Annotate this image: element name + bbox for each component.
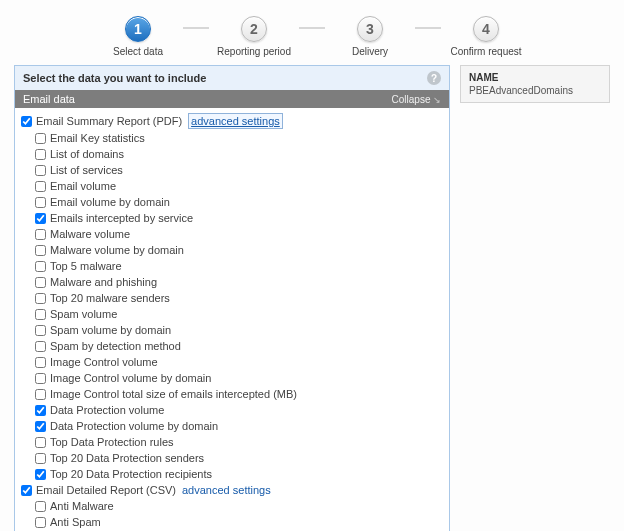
step-label: Select data xyxy=(113,46,163,57)
checkbox[interactable] xyxy=(21,116,32,127)
item-label: Anti Malware xyxy=(50,499,114,513)
list-item: Top 20 Data Protection recipients xyxy=(21,466,443,482)
section-bar-email: Email data Collapse xyxy=(15,90,449,108)
checkbox[interactable] xyxy=(35,293,46,304)
list-item: Anti Malware xyxy=(21,498,443,514)
list-item: Data Protection volume xyxy=(21,402,443,418)
list-item: Top 20 malware senders xyxy=(21,290,443,306)
list-item: Top 5 malware xyxy=(21,258,443,274)
checkbox[interactable] xyxy=(35,309,46,320)
list-item: Top 20 Data Protection senders xyxy=(21,450,443,466)
sidebar-title: NAME xyxy=(469,72,601,83)
collapse-link-email[interactable]: Collapse xyxy=(392,94,441,105)
checkbox[interactable] xyxy=(35,437,46,448)
step-label: Confirm request xyxy=(450,46,521,57)
advanced-settings-link[interactable]: advanced settings xyxy=(182,483,271,497)
item-label: Email volume xyxy=(50,179,116,193)
panel-title: Select the data you want to include xyxy=(23,72,206,84)
checkbox[interactable] xyxy=(35,341,46,352)
checkbox[interactable] xyxy=(35,421,46,432)
list-item: Email volume by domain xyxy=(21,194,443,210)
list-item: Malware volume xyxy=(21,226,443,242)
step-circle: 3 xyxy=(357,16,383,42)
checkbox[interactable] xyxy=(35,517,46,528)
step-label: Reporting period xyxy=(217,46,291,57)
step-connector xyxy=(183,27,209,29)
checkbox[interactable] xyxy=(35,357,46,368)
checkbox[interactable] xyxy=(35,469,46,480)
list-item: Spam volume by domain xyxy=(21,322,443,338)
item-label: Image Control volume xyxy=(50,355,158,369)
step-2[interactable]: 2Reporting period xyxy=(209,16,299,57)
checkbox[interactable] xyxy=(35,261,46,272)
list-item: Top Data Protection rules xyxy=(21,434,443,450)
checkbox[interactable] xyxy=(35,245,46,256)
item-label: Top Data Protection rules xyxy=(50,435,174,449)
item-label: Image Control total size of emails inter… xyxy=(50,387,297,401)
item-label: Anti Spam xyxy=(50,515,101,529)
advanced-settings-link[interactable]: advanced settings xyxy=(188,113,283,129)
item-label: Spam volume by domain xyxy=(50,323,171,337)
item-label: Email Summary Report (PDF) xyxy=(36,114,182,128)
checkbox[interactable] xyxy=(35,213,46,224)
list-item: Anti Spam xyxy=(21,514,443,530)
step-circle: 4 xyxy=(473,16,499,42)
section-title-email: Email data xyxy=(23,93,75,105)
list-item: Malware and phishing xyxy=(21,274,443,290)
item-label: Top 20 Data Protection senders xyxy=(50,451,204,465)
step-circle: 1 xyxy=(125,16,151,42)
list-item: Email Detailed Report (CSV)advanced sett… xyxy=(21,482,443,498)
list-item: List of domains xyxy=(21,146,443,162)
step-connector xyxy=(299,27,325,29)
item-label: Spam by detection method xyxy=(50,339,181,353)
section-body-email: Email Summary Report (PDF)advanced setti… xyxy=(15,108,449,531)
step-1[interactable]: 1Select data xyxy=(93,16,183,57)
checkbox[interactable] xyxy=(35,501,46,512)
item-label: Top 20 malware senders xyxy=(50,291,170,305)
item-label: Email volume by domain xyxy=(50,195,170,209)
list-item: Image Control total size of emails inter… xyxy=(21,386,443,402)
item-label: List of services xyxy=(50,163,123,177)
list-item: Image Control volume by domain xyxy=(21,370,443,386)
item-label: Emails intercepted by service xyxy=(50,211,193,225)
item-label: Image Control volume by domain xyxy=(50,371,211,385)
list-item: Image Control volume xyxy=(21,354,443,370)
item-label: Data Protection volume xyxy=(50,403,164,417)
sidebar: NAME PBEAdvancedDomains xyxy=(460,65,610,103)
item-label: Spam volume xyxy=(50,307,117,321)
item-label: List of domains xyxy=(50,147,124,161)
checkbox[interactable] xyxy=(35,133,46,144)
item-label: Data Protection volume by domain xyxy=(50,419,218,433)
item-label: Malware volume xyxy=(50,227,130,241)
panel-header: Select the data you want to include ? xyxy=(15,66,449,90)
list-item: Spam by detection method xyxy=(21,338,443,354)
select-data-panel: Select the data you want to include ? Em… xyxy=(14,65,450,531)
step-connector xyxy=(415,27,441,29)
checkbox[interactable] xyxy=(35,453,46,464)
checkbox[interactable] xyxy=(35,197,46,208)
step-3[interactable]: 3Delivery xyxy=(325,16,415,57)
checkbox[interactable] xyxy=(35,165,46,176)
item-label: Top 20 Data Protection recipients xyxy=(50,467,212,481)
checkbox[interactable] xyxy=(35,373,46,384)
sidebar-value: PBEAdvancedDomains xyxy=(469,85,601,96)
checkbox[interactable] xyxy=(35,181,46,192)
item-label: Email Key statistics xyxy=(50,131,145,145)
checkbox[interactable] xyxy=(35,229,46,240)
checkbox[interactable] xyxy=(35,149,46,160)
list-item: Malware volume by domain xyxy=(21,242,443,258)
help-icon[interactable]: ? xyxy=(427,71,441,85)
list-item: Data Protection volume by domain xyxy=(21,418,443,434)
checkbox[interactable] xyxy=(35,325,46,336)
list-item: Email volume xyxy=(21,178,443,194)
checkbox[interactable] xyxy=(35,277,46,288)
checkbox[interactable] xyxy=(21,485,32,496)
list-item: Spam volume xyxy=(21,306,443,322)
stepper: 1Select data2Reporting period3Delivery4C… xyxy=(14,16,610,57)
item-label: Top 5 malware xyxy=(50,259,122,273)
checkbox[interactable] xyxy=(35,405,46,416)
step-4[interactable]: 4Confirm request xyxy=(441,16,531,57)
item-label: Email Detailed Report (CSV) xyxy=(36,483,176,497)
step-circle: 2 xyxy=(241,16,267,42)
checkbox[interactable] xyxy=(35,389,46,400)
